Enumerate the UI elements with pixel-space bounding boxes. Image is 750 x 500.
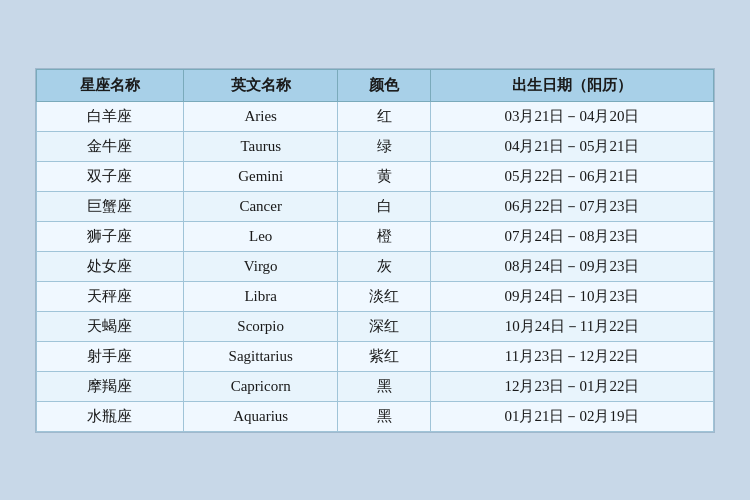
- col-header-color: 颜色: [338, 69, 431, 101]
- cell-color: 灰: [338, 251, 431, 281]
- cell-english: Aries: [183, 101, 338, 131]
- table-row: 双子座Gemini黄05月22日－06月21日: [37, 161, 714, 191]
- table-row: 处女座Virgo灰08月24日－09月23日: [37, 251, 714, 281]
- cell-english: Gemini: [183, 161, 338, 191]
- cell-dates: 03月21日－04月20日: [430, 101, 713, 131]
- cell-chinese: 处女座: [37, 251, 184, 281]
- cell-color: 黑: [338, 371, 431, 401]
- cell-color: 白: [338, 191, 431, 221]
- col-header-chinese: 星座名称: [37, 69, 184, 101]
- table-row: 水瓶座Aquarius黑01月21日－02月19日: [37, 401, 714, 431]
- cell-chinese: 双子座: [37, 161, 184, 191]
- cell-english: Libra: [183, 281, 338, 311]
- cell-chinese: 摩羯座: [37, 371, 184, 401]
- cell-color: 黄: [338, 161, 431, 191]
- zodiac-table: 星座名称 英文名称 颜色 出生日期（阳历） 白羊座Aries红03月21日－04…: [36, 69, 714, 432]
- table-row: 狮子座Leo橙07月24日－08月23日: [37, 221, 714, 251]
- cell-chinese: 射手座: [37, 341, 184, 371]
- cell-chinese: 水瓶座: [37, 401, 184, 431]
- col-header-english: 英文名称: [183, 69, 338, 101]
- table-row: 天秤座Libra淡红09月24日－10月23日: [37, 281, 714, 311]
- cell-color: 黑: [338, 401, 431, 431]
- cell-color: 淡红: [338, 281, 431, 311]
- cell-dates: 07月24日－08月23日: [430, 221, 713, 251]
- cell-dates: 04月21日－05月21日: [430, 131, 713, 161]
- cell-color: 紫红: [338, 341, 431, 371]
- cell-chinese: 天蝎座: [37, 311, 184, 341]
- cell-chinese: 白羊座: [37, 101, 184, 131]
- cell-dates: 09月24日－10月23日: [430, 281, 713, 311]
- table-row: 射手座Sagittarius紫红11月23日－12月22日: [37, 341, 714, 371]
- cell-english: Taurus: [183, 131, 338, 161]
- cell-english: Aquarius: [183, 401, 338, 431]
- cell-english: Capricorn: [183, 371, 338, 401]
- table-row: 白羊座Aries红03月21日－04月20日: [37, 101, 714, 131]
- cell-chinese: 天秤座: [37, 281, 184, 311]
- cell-dates: 08月24日－09月23日: [430, 251, 713, 281]
- cell-color: 深红: [338, 311, 431, 341]
- cell-english: Sagittarius: [183, 341, 338, 371]
- cell-english: Virgo: [183, 251, 338, 281]
- table-row: 摩羯座Capricorn黑12月23日－01月22日: [37, 371, 714, 401]
- cell-english: Cancer: [183, 191, 338, 221]
- cell-color: 绿: [338, 131, 431, 161]
- cell-chinese: 金牛座: [37, 131, 184, 161]
- table-row: 天蝎座Scorpio深红10月24日－11月22日: [37, 311, 714, 341]
- cell-english: Scorpio: [183, 311, 338, 341]
- zodiac-table-container: 星座名称 英文名称 颜色 出生日期（阳历） 白羊座Aries红03月21日－04…: [35, 68, 715, 433]
- table-row: 金牛座Taurus绿04月21日－05月21日: [37, 131, 714, 161]
- cell-chinese: 狮子座: [37, 221, 184, 251]
- cell-color: 红: [338, 101, 431, 131]
- cell-color: 橙: [338, 221, 431, 251]
- cell-english: Leo: [183, 221, 338, 251]
- cell-dates: 05月22日－06月21日: [430, 161, 713, 191]
- table-row: 巨蟹座Cancer白06月22日－07月23日: [37, 191, 714, 221]
- cell-dates: 11月23日－12月22日: [430, 341, 713, 371]
- col-header-dates: 出生日期（阳历）: [430, 69, 713, 101]
- cell-dates: 12月23日－01月22日: [430, 371, 713, 401]
- cell-dates: 01月21日－02月19日: [430, 401, 713, 431]
- cell-chinese: 巨蟹座: [37, 191, 184, 221]
- cell-dates: 10月24日－11月22日: [430, 311, 713, 341]
- table-header-row: 星座名称 英文名称 颜色 出生日期（阳历）: [37, 69, 714, 101]
- cell-dates: 06月22日－07月23日: [430, 191, 713, 221]
